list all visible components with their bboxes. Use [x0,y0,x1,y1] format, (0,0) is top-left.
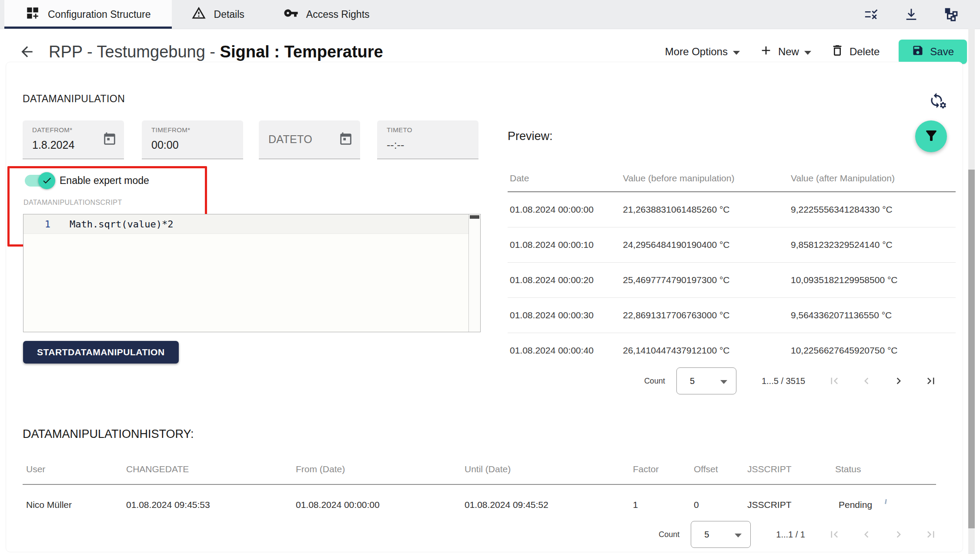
history-pagination: Count 5 1...1 / 1 [659,521,937,548]
plus-icon [759,43,773,60]
pagination-nav [828,374,937,387]
table-row[interactable]: Nico Müller 01.08.2024 09:45:53 01.08.20… [23,485,936,525]
pagination-nav [828,528,937,541]
page-range: 1...5 / 3515 [762,376,805,386]
first-page-icon[interactable] [828,528,841,541]
more-options-label: More Options [665,46,728,58]
script-label: DATAMANIPULATIONSCRIPT [23,199,122,207]
timefrom-field[interactable]: TIMEFROM* 00:00 [142,120,243,159]
filter-button[interactable] [915,120,947,152]
tab-bar: Configuration Structure Details Access R… [0,0,980,29]
last-page-icon[interactable] [924,374,937,387]
chevron-down-icon [735,534,742,537]
preview-title: Preview: [508,130,553,143]
save-icon [912,44,924,59]
col-user: User [23,464,126,474]
back-arrow-icon[interactable] [17,42,37,61]
download-icon[interactable] [903,7,919,22]
col-status: Status [835,464,936,474]
sync-settings-button[interactable] [926,90,947,111]
count-select[interactable]: 5 [691,521,751,548]
dateto-label: DATETO [268,133,312,146]
next-page-icon[interactable] [892,528,905,541]
status-badge: Pending [835,499,936,511]
datefrom-label: DATEFROM* [32,126,73,133]
trash-icon [830,43,844,60]
history-title: DATAMANIPULATIONHISTORY: [23,427,194,441]
col-jsscript: JSSCRIPT [747,464,835,474]
title-emphasis: Signal : Temperature [220,43,383,61]
chevron-down-icon [733,51,740,55]
filter-funnel-icon [923,128,939,145]
timeto-value: --:-- [387,139,404,151]
next-page-icon[interactable] [892,374,905,387]
section-title-datamanipulation: DATAMANIPULATION [23,93,125,105]
datefrom-field[interactable]: DATEFROM* 1.8.2024 [23,120,124,159]
timeto-label: TIMETO [387,126,412,133]
editor-scrollbar-thumb[interactable] [470,215,479,219]
rule-icon[interactable] [863,7,879,22]
previous-page-icon[interactable] [860,528,873,541]
more-options-button[interactable]: More Options [665,46,740,58]
count-value: 5 [690,376,695,386]
col-value-after: Value (after Manipulation) [789,173,956,184]
page-title: RPP - Testumgebung - Signal : Temperatur… [49,43,383,61]
col-value-before: Value (before manipulation) [621,173,789,184]
timeto-field[interactable]: TIMETO --:-- [377,120,478,159]
new-button[interactable]: New [759,43,811,60]
table-row[interactable]: 01.08.2024 00:00:4026,1410447437912100 °… [508,333,956,368]
table-row[interactable]: 01.08.2024 00:00:0021,2638831061485260 °… [508,192,956,227]
warning-icon [191,6,206,23]
tab-access-rights[interactable]: Access Rights [264,0,389,29]
save-button[interactable]: Save [899,40,967,64]
table-row[interactable]: 01.08.2024 00:00:3022,8691317706763000 °… [508,298,956,333]
count-label: Count [659,530,679,539]
chevron-down-icon [804,51,811,55]
col-until-date: Until (Date) [465,464,633,474]
count-value: 5 [704,530,709,540]
col-factor: Factor [633,464,694,474]
count-select[interactable]: 5 [676,367,736,394]
line-number: 1 [23,219,50,230]
start-datamanipulation-button[interactable]: STARTDATAMANIPULATION [23,341,179,364]
col-from-date: From (Date) [296,464,465,474]
col-changedate: CHANGEDATE [126,464,296,474]
title-prefix: RPP - Testumgebung - [49,43,220,61]
key-icon [284,6,298,23]
timefrom-value: 00:00 [151,139,179,151]
table-row[interactable]: 01.08.2024 00:00:2025,4697774790197300 °… [508,263,956,298]
schema-icon[interactable] [943,7,959,22]
sync-settings-icon [928,92,946,110]
first-page-icon[interactable] [828,374,841,387]
tab-label: Configuration Structure [48,9,151,20]
calendar-icon[interactable] [102,132,117,148]
dateto-field[interactable]: DATETO [259,120,360,159]
previous-page-icon[interactable] [860,374,873,387]
col-offset: Offset [694,464,747,474]
tabbar-actions [863,0,980,29]
history-table-header: User CHANGEDATE From (Date) Until (Date)… [23,454,936,485]
history-table: User CHANGEDATE From (Date) Until (Date)… [23,454,936,525]
script-code: Math.sqrt(value)*2 [70,219,173,230]
page-scrollbar-thumb[interactable] [968,170,975,528]
page: Configuration Structure Details Access R… [0,0,980,554]
page-range: 1...1 / 1 [776,530,805,540]
editor-line-1: 1 Math.sqrt(value)*2 [23,214,468,234]
col-date: Date [508,173,621,184]
save-label: Save [930,46,954,58]
tab-configuration-structure[interactable]: Configuration Structure [4,0,172,29]
expert-mode-row: Enable expert mode [25,171,149,190]
table-row[interactable]: 01.08.2024 00:00:1024,2956484190190400 °… [508,227,956,263]
expert-mode-toggle[interactable] [25,175,52,187]
datefrom-value: 1.8.2024 [32,139,74,151]
delete-button[interactable]: Delete [830,43,880,60]
expert-mode-label: Enable expert mode [60,175,149,187]
last-page-icon[interactable] [924,528,937,541]
script-editor[interactable]: 1 Math.sqrt(value)*2 [23,214,481,332]
editor-scrollbar[interactable] [468,214,480,332]
calendar-icon[interactable] [338,132,353,148]
preview-table: Date Value (before manipulation) Value (… [508,165,956,368]
preview-pagination: Count 5 1...5 / 3515 [644,367,937,394]
new-label: New [778,46,799,58]
tab-details[interactable]: Details [172,0,264,29]
